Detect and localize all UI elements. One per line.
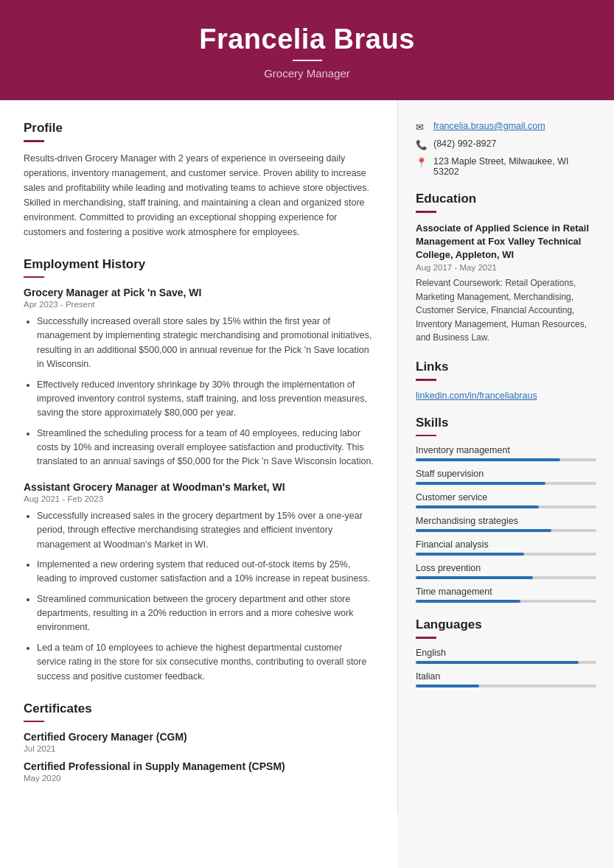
job-bullet-2-4: Led a team of 10 employees to achieve th… (37, 641, 374, 684)
header-section: Francelia Braus Grocery Manager (0, 0, 614, 100)
cert-date-2: May 2020 (24, 774, 374, 783)
links-title: Links (416, 360, 596, 374)
profile-divider (24, 140, 44, 142)
left-column: Profile Results-driven Grocery Manager w… (0, 100, 398, 813)
cert-item-1: Certified Grocery Manager (CGM) Jul 2021 (24, 731, 374, 753)
skill-bar-fill (416, 458, 560, 461)
language-item: English (416, 648, 596, 664)
job-bullets-1: Successfully increased overall store sal… (24, 315, 374, 469)
job-bullet-2-2: Implemented a new ordering system that r… (37, 558, 374, 587)
profile-text: Results-driven Grocery Manager with 2 ye… (24, 151, 374, 239)
job-bullet-1-3: Streamlined the scheduling process for a… (37, 427, 374, 469)
job-bullet-2-1: Successfully increased sales in the groc… (37, 509, 374, 552)
skill-bar-bg (416, 505, 596, 508)
job-item-2: Assistant Grocery Manager at Woodman's M… (24, 481, 374, 684)
skill-bar-bg (416, 529, 596, 532)
education-divider (416, 211, 436, 213)
contact-email-row: ✉ francelia.braus@gmail.com (416, 121, 596, 133)
skill-item: Time management (416, 587, 596, 603)
skill-item: Merchandising strategies (416, 516, 596, 532)
skills-title: Skills (416, 416, 596, 430)
skill-bar-fill (416, 576, 533, 579)
skill-label: Financial analysis (416, 539, 596, 550)
right-column: ✉ francelia.braus@gmail.com 📞 (842) 992-… (398, 100, 614, 868)
edu-coursework: Relevant Coursework: Retail Operations, … (416, 276, 596, 345)
candidate-name: Francelia Braus (15, 24, 599, 55)
skill-bar-bg (416, 576, 596, 579)
cert-date-1: Jul 2021 (24, 744, 374, 753)
skill-label: Customer service (416, 492, 596, 503)
body-layout: Profile Results-driven Grocery Manager w… (0, 100, 614, 868)
certificates-section: Certificates Certified Grocery Manager (… (24, 701, 374, 783)
lang-bar-bg (416, 661, 596, 664)
skill-bar-bg (416, 482, 596, 485)
contact-phone: (842) 992-8927 (433, 139, 496, 149)
cert-divider (24, 721, 44, 723)
skills-divider (416, 435, 436, 437)
location-icon: 📍 (416, 157, 429, 168)
skill-label: Loss prevention (416, 563, 596, 573)
skill-bar-fill (416, 553, 524, 556)
lang-bar-fill (416, 685, 479, 687)
job-dates-1: Apr 2023 - Present (24, 300, 374, 309)
contact-email[interactable]: francelia.braus@gmail.com (433, 121, 545, 131)
skill-bar-bg (416, 458, 596, 461)
contact-address: 123 Maple Street, Milwaukee, WI 53202 (433, 156, 596, 177)
skill-item: Loss prevention (416, 563, 596, 579)
skill-item: Customer service (416, 492, 596, 508)
employment-title: Employment History (24, 257, 374, 272)
resume-page: Francelia Braus Grocery Manager Profile … (0, 0, 614, 868)
contact-section: ✉ francelia.braus@gmail.com 📞 (842) 992-… (416, 121, 596, 177)
linkedin-link[interactable]: linkedin.com/in/franceliabraus (416, 391, 537, 401)
skill-item: Financial analysis (416, 539, 596, 556)
job-title-2: Assistant Grocery Manager at Woodman's M… (24, 481, 374, 493)
edu-dates: Aug 2017 - May 2021 (416, 263, 596, 272)
skill-bar-bg (416, 553, 596, 556)
job-bullet-1-1: Successfully increased overall store sal… (37, 315, 374, 372)
skill-item: Staff supervision (416, 469, 596, 485)
education-section: Education Associate of Applied Science i… (416, 192, 596, 345)
language-item: Italian (416, 671, 596, 687)
cert-item-2: Certified Professional in Supply Managem… (24, 760, 374, 783)
job-bullets-2: Successfully increased sales in the groc… (24, 509, 374, 684)
lang-label: English (416, 648, 596, 658)
skill-bar-fill (416, 482, 545, 485)
skill-label: Merchandising strategies (416, 516, 596, 526)
education-title: Education (416, 192, 596, 206)
skill-label: Inventory management (416, 445, 596, 455)
cert-section-title: Certificates (24, 701, 374, 716)
links-section: Links linkedin.com/in/franceliabraus (416, 360, 596, 401)
header-divider (293, 60, 322, 61)
candidate-title: Grocery Manager (15, 67, 599, 80)
skill-bar-bg (416, 600, 596, 603)
edu-degree: Associate of Applied Science in Retail M… (416, 222, 596, 262)
skill-bar-fill (416, 505, 539, 508)
skill-label: Time management (416, 587, 596, 597)
employment-section: Employment History Grocery Manager at Pi… (24, 257, 374, 684)
contact-address-row: 📍 123 Maple Street, Milwaukee, WI 53202 (416, 156, 596, 177)
lang-label: Italian (416, 671, 596, 682)
languages-container: English Italian (416, 648, 596, 687)
cert-title-1: Certified Grocery Manager (CGM) (24, 731, 374, 743)
email-icon: ✉ (416, 122, 429, 133)
phone-icon: 📞 (416, 139, 429, 150)
lang-bar-fill (416, 661, 579, 664)
job-dates-2: Aug 2021 - Feb 2023 (24, 494, 374, 503)
skills-container: Inventory management Staff supervision C… (416, 445, 596, 603)
profile-section: Profile Results-driven Grocery Manager w… (24, 121, 374, 239)
skill-bar-fill (416, 529, 551, 532)
employment-divider (24, 276, 44, 279)
job-item-1: Grocery Manager at Pick 'n Save, WI Apr … (24, 287, 374, 469)
skill-label: Staff supervision (416, 469, 596, 479)
job-bullet-2-3: Streamlined communication between the gr… (37, 592, 374, 635)
job-title-1: Grocery Manager at Pick 'n Save, WI (24, 287, 374, 298)
skill-bar-fill (416, 600, 520, 603)
profile-title: Profile (24, 121, 374, 136)
cert-title-2: Certified Professional in Supply Managem… (24, 760, 374, 772)
links-divider (416, 379, 436, 381)
languages-divider (416, 637, 436, 639)
job-bullet-1-2: Effectively reduced inventory shrinkage … (37, 378, 374, 421)
skills-section: Skills Inventory management Staff superv… (416, 416, 596, 603)
languages-section: Languages English Italian (416, 617, 596, 687)
lang-bar-bg (416, 685, 596, 687)
